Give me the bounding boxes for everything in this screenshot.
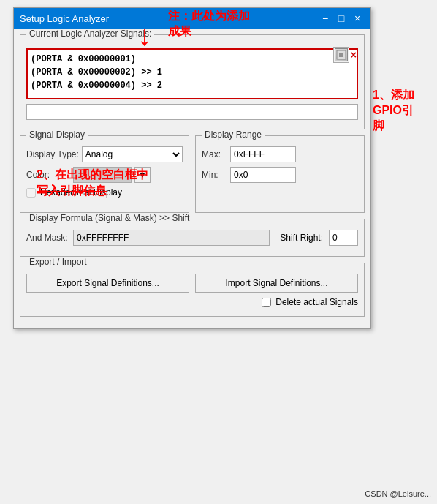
main-window: Setup Logic Analyzer − □ × Current Logic… — [13, 7, 371, 329]
color-row: Color: ▼ — [26, 167, 183, 183]
and-mask-input[interactable] — [73, 230, 270, 246]
color-label: Color: — [26, 170, 70, 180]
signals-group-legend: Current Logic Analyzer Signals: — [26, 29, 154, 39]
watermark: CSDN @Leisure... — [365, 489, 431, 498]
hex-display-row: Hexadecimal Display — [26, 187, 183, 198]
signal-display-legend: Signal Display — [26, 129, 88, 140]
signals-list: (PORTA & 0x00000001) (PORTA & 0x00000002… — [26, 48, 358, 99]
delete-signals-checkbox[interactable] — [262, 298, 271, 307]
signal-line-2: (PORTA & 0x00000002) >> 1 — [31, 66, 354, 79]
title-bar: Setup Logic Analyzer − □ × — [14, 8, 370, 29]
export-import-buttons: Export Signal Definitions... Import Sign… — [26, 274, 358, 293]
signals-toolbar: × — [333, 47, 357, 63]
hex-display-label: Hexadecimal Display — [40, 187, 122, 198]
display-type-label: Display Type: — [26, 149, 79, 159]
annotation-step1-line1: 1、添加 — [373, 89, 414, 101]
export-import-group: Export / Import Export Signal Definition… — [20, 263, 365, 317]
minimize-button[interactable]: − — [318, 11, 332, 26]
add-signal-button[interactable] — [333, 47, 349, 63]
color-picker-button[interactable]: ▼ — [134, 167, 151, 183]
and-mask-label: And Mask: — [26, 233, 70, 243]
and-mask-row: And Mask: Shift Right: — [26, 230, 358, 246]
close-button[interactable]: × — [350, 11, 365, 26]
signals-group: Current Logic Analyzer Signals: — [20, 34, 365, 129]
annotation-step1-line2: GPIO引 — [373, 104, 414, 116]
formula-group: Display Formula (Signal & Mask) >> Shift… — [20, 219, 365, 257]
min-input[interactable] — [230, 167, 296, 183]
display-type-row: Display Type: Analog — [26, 146, 183, 162]
shift-right-input[interactable] — [329, 230, 358, 246]
max-label: Max: — [202, 149, 227, 159]
delete-signals-label: Delete actual Signals — [276, 297, 358, 307]
formula-legend: Display Formula (Signal & Mask) >> Shift — [26, 213, 192, 223]
annotation-step1: 1、添加 GPIO引 脚 — [373, 88, 414, 133]
shift-right-label: Shift Right: — [280, 233, 323, 243]
import-button[interactable]: Import Signal Definitions... — [195, 274, 358, 293]
delete-signals-row: Delete actual Signals — [26, 297, 358, 307]
signal-display-box: Signal Display Display Type: Analog Colo… — [20, 135, 189, 213]
display-range-legend: Display Range — [202, 129, 265, 140]
window-body: Current Logic Analyzer Signals: — [14, 29, 370, 328]
display-range-group: Display Range Max: Min: — [195, 135, 365, 213]
add-signal-icon — [335, 48, 348, 61]
remove-signal-button[interactable]: × — [351, 49, 357, 61]
signal-input[interactable] — [26, 104, 358, 120]
signal-line-3: (PORTA & 0x00000004) >> 2 — [31, 79, 354, 92]
min-row: Min: — [202, 167, 358, 183]
title-bar-controls: − □ × — [318, 11, 365, 26]
color-swatch — [73, 167, 132, 183]
display-type-select[interactable]: Analog — [82, 146, 183, 162]
min-label: Min: — [202, 170, 227, 180]
export-import-legend: Export / Import — [26, 257, 90, 267]
window-title: Setup Logic Analyzer — [20, 13, 109, 24]
annotation-step1-line3: 脚 — [373, 119, 384, 132]
max-row: Max: — [202, 146, 358, 162]
middle-section: Signal Display Display Type: Analog Colo… — [20, 135, 365, 213]
hex-display-checkbox[interactable] — [26, 188, 36, 198]
signal-display-group: Signal Display Display Type: Analog Colo… — [20, 135, 189, 213]
export-button[interactable]: Export Signal Definitions... — [26, 274, 189, 293]
maximize-button[interactable]: □ — [334, 11, 349, 26]
signal-line-1: (PORTA & 0x00000001) — [31, 53, 354, 66]
max-input[interactable] — [230, 146, 296, 162]
display-range-box: Display Range Max: Min: — [195, 135, 365, 213]
